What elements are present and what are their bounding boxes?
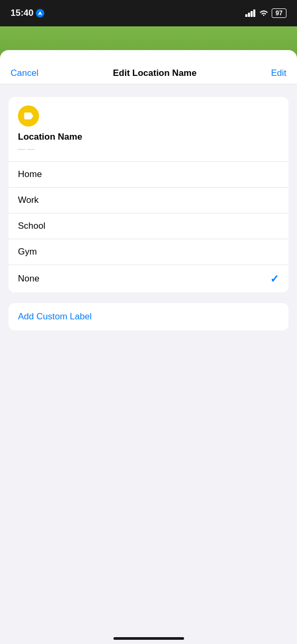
custom-label-card[interactable]: Add Custom Label [8,303,289,330]
nav-title: Edit Location Name [113,68,197,79]
home-indicator [113,637,184,640]
list-item-home[interactable]: Home [8,162,289,188]
list-item-school-label: School [18,221,45,231]
list-item-work[interactable]: Work [8,188,289,213]
location-header: Location Name — — [8,97,289,162]
content-area: Location Name — — Home Work School Gym N… [0,84,297,343]
navigation-bar: Cancel Edit Location Name Edit [0,61,297,84]
list-item-none[interactable]: None ✓ [8,265,289,292]
wifi-icon [259,9,269,17]
list-item-work-label: Work [18,195,39,206]
edit-button[interactable]: Edit [271,68,286,79]
cancel-button[interactable]: Cancel [11,68,39,79]
svg-rect-4 [253,9,255,17]
location-name-value: — — [18,144,279,153]
time-display: 15:40 [11,8,33,18]
svg-rect-1 [245,14,247,17]
list-item-home-label: Home [18,169,42,180]
svg-marker-0 [38,11,42,15]
location-name-label: Location Name [18,132,279,142]
tag-icon [18,105,39,126]
selected-checkmark-icon: ✓ [270,272,279,285]
main-card: Location Name — — Home Work School Gym N… [8,97,289,292]
svg-rect-3 [251,11,253,17]
status-icons: 97 [245,8,286,18]
svg-rect-2 [248,13,250,17]
list-item-school[interactable]: School [8,213,289,239]
location-arrow-icon [36,9,44,17]
map-preview [0,26,297,61]
status-bar: 15:40 97 [0,0,297,26]
custom-label-button[interactable]: Add Custom Label [18,311,92,321]
battery-indicator: 97 [272,8,286,18]
list-item-none-label: None [18,274,40,284]
signal-icon [245,9,256,17]
list-item-gym[interactable]: Gym [8,239,289,265]
list-item-gym-label: Gym [18,247,37,257]
status-time: 15:40 [11,8,44,18]
